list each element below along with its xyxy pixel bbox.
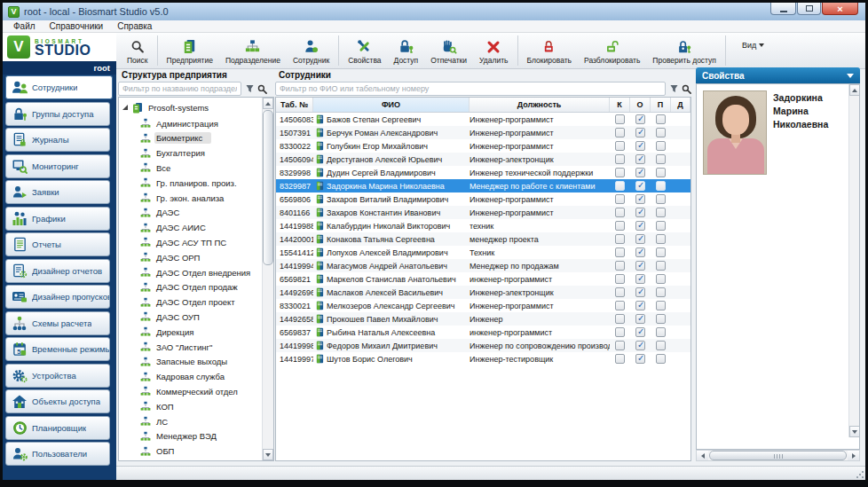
checkbox-k[interactable] (615, 154, 625, 164)
tree-node[interactable]: КОП (140, 399, 183, 413)
checkbox-p[interactable] (656, 354, 666, 364)
scroll-up-button[interactable] (263, 98, 273, 109)
scroll-right-button[interactable] (848, 451, 859, 460)
tree-node[interactable]: ОИТ (140, 459, 183, 460)
checkbox-k[interactable] (615, 221, 625, 231)
scroll-left-button[interactable] (697, 451, 708, 460)
tree-node[interactable]: Биометрикс (140, 131, 211, 145)
checkbox-o[interactable] (635, 221, 645, 231)
toolbar-enterprise-button[interactable]: Предприятие (161, 36, 219, 65)
tree-node[interactable]: ЗАО "Листинг" (140, 340, 221, 354)
sidebar-item-devices[interactable]: Устройства (5, 364, 110, 388)
checkbox-p[interactable] (656, 341, 666, 350)
menu-item-Справка[interactable]: Справка (110, 21, 159, 31)
tree-node[interactable]: Администрация (140, 116, 227, 130)
employee-row[interactable]: 14492658Прокошев Павел МихайловичИнженер (276, 312, 690, 326)
checkbox-k[interactable] (615, 301, 625, 310)
scroll-up-button[interactable] (849, 84, 860, 96)
employee-row[interactable]: 14419998Федоров Михаил ДмитриевичИнженер… (276, 339, 690, 352)
tree-node[interactable]: Все (140, 161, 179, 175)
checkbox-k[interactable] (615, 194, 625, 204)
checkbox-o[interactable] (635, 181, 645, 191)
employee-row[interactable]: 14419994Магасумов Андрей АнатольевичМене… (276, 259, 690, 272)
sidebar-item-access-groups[interactable]: Группы доступа (5, 102, 110, 126)
employee-row[interactable]: 15541412Лопухов Алексей ВладимировичТехн… (276, 246, 690, 259)
sidebar-item-calc-schemes[interactable]: Схемы расчета (5, 311, 110, 335)
menu-item-Файл[interactable]: Файл (6, 21, 43, 31)
checkbox-o[interactable] (635, 301, 645, 310)
checkbox-o[interactable] (635, 154, 645, 164)
sidebar-item-report-designer[interactable]: Дизайнер отчетов (5, 259, 110, 283)
toolbar-fingerprints-button[interactable]: Отпечатки (424, 36, 473, 65)
tree-expand-icon[interactable] (122, 105, 128, 110)
employee-row[interactable]: 14506083Бажов Степан СергеевичИнженер-пр… (276, 113, 690, 126)
checkbox-o[interactable] (635, 274, 645, 284)
toolbar-view-button[interactable]: Вид (736, 40, 770, 50)
tree-node[interactable]: ДАЭС ОРП (140, 250, 209, 264)
employee-row[interactable]: 1507391Берчук Роман АлександровичИнженер… (276, 126, 690, 139)
sidebar-item-reports[interactable]: Отчеты (5, 232, 110, 256)
close-button[interactable]: × (822, 3, 858, 15)
employee-row[interactable]: 14420001Конакова Татьяна Сергеевнаменедж… (276, 232, 690, 246)
tree-root-node[interactable]: Prosoft-systems (122, 100, 217, 114)
checkbox-o[interactable] (635, 168, 645, 177)
checkbox-k[interactable] (615, 114, 625, 124)
checkbox-p[interactable] (656, 114, 666, 124)
checkbox-p[interactable] (656, 194, 666, 204)
checkbox-p[interactable] (656, 314, 666, 324)
checkbox-k[interactable] (615, 208, 625, 217)
sidebar-item-access-objects[interactable]: Объекты доступа (5, 389, 110, 413)
checkbox-p[interactable] (656, 234, 666, 244)
tree-node[interactable]: ДАЭС ОУП (140, 310, 209, 324)
column-header-id[interactable]: Таб. № (276, 98, 313, 112)
tree-node[interactable]: Коммерческий отдел (140, 384, 247, 398)
tree-node[interactable]: Дирекция (140, 325, 202, 339)
menu-item-Справочники[interactable]: Справочники (43, 21, 111, 31)
employee-row[interactable]: 8330021Мелкозеров Александр СергеевичИнж… (276, 299, 690, 312)
search-icon[interactable] (682, 84, 691, 94)
scroll-down-button[interactable] (849, 426, 860, 437)
checkbox-k[interactable] (615, 287, 625, 297)
title-bar[interactable]: V root - local - Biosmart Studio v5.0 × (3, 3, 865, 20)
employees-filter-input[interactable] (275, 82, 666, 96)
checkbox-p[interactable] (656, 128, 666, 137)
employee-row[interactable]: 8330022Голубкин Егор МихайловичИнженер-п… (276, 139, 690, 153)
sidebar-item-pass-designer[interactable]: Дизайнер пропусков (5, 285, 110, 309)
clear-filter-icon[interactable] (246, 84, 254, 93)
employee-row[interactable]: 8329987Задоркина Марина НиколаевнаМенедж… (276, 179, 690, 192)
sidebar-item-schedules[interactable]: Графики (5, 207, 110, 231)
resize-grip[interactable] (856, 470, 864, 478)
checkbox-p[interactable] (656, 221, 666, 231)
checkbox-p[interactable] (656, 287, 666, 297)
checkbox-o[interactable] (635, 354, 645, 364)
checkbox-o[interactable] (635, 287, 645, 297)
tree-node[interactable]: Запасные выходы (140, 355, 236, 369)
column-header-d[interactable]: Д (671, 98, 690, 112)
column-header-k[interactable]: К (610, 98, 630, 112)
checkbox-k[interactable] (615, 128, 625, 137)
checkbox-p[interactable] (656, 301, 666, 310)
checkbox-o[interactable] (635, 208, 645, 217)
tree-node[interactable]: ЛС (140, 414, 177, 428)
checkbox-k[interactable] (615, 274, 625, 284)
minimize-button[interactable] (770, 3, 796, 15)
checkbox-k[interactable] (615, 181, 625, 191)
checkbox-p[interactable] (656, 327, 666, 337)
checkbox-k[interactable] (615, 341, 625, 350)
checkbox-o[interactable] (635, 128, 645, 137)
scroll-down-button[interactable] (263, 449, 273, 460)
column-header-o[interactable]: О (630, 98, 651, 112)
tree-node[interactable]: ДАЭС АСУ ТП ПС (140, 235, 235, 249)
toolbar-unblock-button[interactable]: Разблокировать (578, 36, 646, 65)
checkbox-p[interactable] (656, 208, 666, 217)
search-icon[interactable] (257, 84, 267, 94)
employee-row[interactable]: 14419988Калабурдин Николай Викторовичтех… (276, 219, 690, 232)
sidebar-item-journals[interactable]: Журналы (5, 128, 110, 152)
checkbox-o[interactable] (635, 234, 645, 244)
checkbox-k[interactable] (615, 141, 625, 151)
column-header-pos[interactable]: Должность (470, 98, 610, 112)
tree-node[interactable]: Кадровая служба (140, 370, 233, 384)
employee-row[interactable]: 8401166Захаров Константин ИвановичИнжене… (276, 206, 690, 219)
checkbox-o[interactable] (635, 114, 645, 124)
sidebar-item-time-modes[interactable]: 5Временные режимы (5, 337, 110, 361)
